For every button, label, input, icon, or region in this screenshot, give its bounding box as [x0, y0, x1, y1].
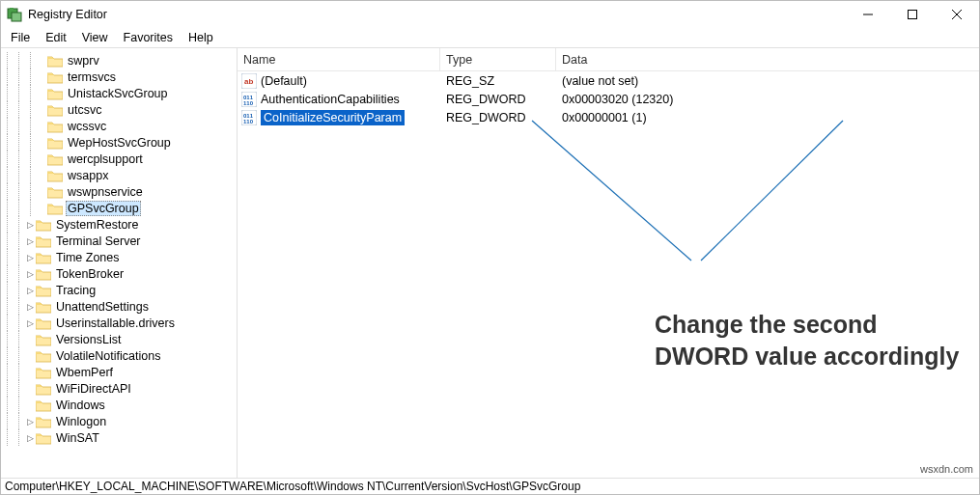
- tree-item-label: swprv: [66, 54, 101, 68]
- tree-item[interactable]: wercplsupport: [1, 151, 237, 167]
- menu-view[interactable]: View: [76, 29, 114, 46]
- svg-rect-2: [10, 8, 14, 10]
- chevron-right-icon[interactable]: ▷: [24, 236, 36, 246]
- tree-item-label: WbemPerf: [54, 366, 115, 379]
- tree-item[interactable]: wsappx: [1, 167, 237, 183]
- tree-item[interactable]: WbemPerf: [1, 364, 237, 380]
- folder-icon: [36, 251, 51, 264]
- menu-help[interactable]: Help: [182, 29, 219, 46]
- folder-icon: [36, 431, 51, 445]
- tree-item-label: UnattendSettings: [54, 300, 151, 314]
- folder-icon: [47, 70, 63, 84]
- tree-item-label: wcssvc: [66, 120, 108, 133]
- tree-item[interactable]: wswpnservice: [1, 183, 237, 200]
- menu-edit[interactable]: Edit: [40, 29, 72, 46]
- tree-item-label: Windows: [54, 399, 107, 412]
- tree-item[interactable]: VersionsList: [1, 331, 237, 347]
- column-header-name[interactable]: Name: [238, 48, 440, 70]
- tree-item[interactable]: wcssvc: [1, 118, 237, 134]
- tree-item-label: termsvcs: [66, 70, 118, 84]
- tree-item-label: Time Zones: [54, 251, 122, 264]
- folder-icon: [47, 202, 63, 215]
- values-header: Name Type Data: [238, 48, 979, 71]
- tree-item[interactable]: VolatileNotifications: [1, 347, 237, 364]
- tree-item[interactable]: ▷Userinstallable.drivers: [1, 315, 237, 331]
- value-data: (value not set): [556, 74, 979, 88]
- chevron-right-icon[interactable]: ▷: [24, 417, 36, 426]
- svg-rect-1: [12, 13, 21, 21]
- menu-file[interactable]: File: [5, 29, 36, 46]
- column-header-data[interactable]: Data: [556, 48, 979, 70]
- close-button[interactable]: [935, 1, 979, 28]
- tree-item-label: wercplsupport: [66, 152, 145, 166]
- tree-item[interactable]: ▷Winlogon: [1, 413, 237, 429]
- tree-item[interactable]: swprv: [1, 52, 237, 69]
- folder-icon: [36, 366, 51, 379]
- tree-item[interactable]: ▷TokenBroker: [1, 265, 237, 282]
- tree-item-label: GPSvcGroup: [66, 201, 141, 216]
- tree-item[interactable]: ▷SystemRestore: [1, 216, 237, 233]
- folder-icon: [47, 87, 63, 100]
- tree-item[interactable]: WiFiDirectAPI: [1, 380, 237, 397]
- main-split: swprvtermsvcsUnistackSvcGrouputcsvcwcssv…: [1, 47, 979, 478]
- menu-favorites[interactable]: Favorites: [118, 29, 179, 46]
- tree-item[interactable]: ▷Time Zones: [1, 249, 237, 265]
- chevron-right-icon[interactable]: ▷: [24, 302, 36, 312]
- tree-pane[interactable]: swprvtermsvcsUnistackSvcGrouputcsvcwcssv…: [1, 48, 238, 478]
- column-header-type[interactable]: Type: [440, 48, 556, 70]
- dword-value-icon: [241, 92, 257, 107]
- tree-item[interactable]: WepHostSvcGroup: [1, 134, 237, 151]
- value-row[interactable]: AuthenticationCapabilitiesREG_DWORD0x000…: [238, 90, 979, 108]
- tree-item-label: WinSAT: [54, 431, 101, 445]
- tree-item-label: SystemRestore: [54, 218, 140, 232]
- tree-item[interactable]: GPSvcGroup: [1, 200, 237, 216]
- tree-item-label: Terminal Server: [54, 234, 143, 248]
- statusbar: Computer\HKEY_LOCAL_MACHINE\SOFTWARE\Mic…: [1, 478, 979, 494]
- folder-icon: [47, 169, 63, 182]
- value-type: REG_DWORD: [440, 111, 556, 124]
- chevron-right-icon[interactable]: ▷: [24, 286, 36, 295]
- value-row[interactable]: (Default)REG_SZ(value not set): [238, 71, 979, 90]
- maximize-button[interactable]: [890, 1, 935, 28]
- folder-icon: [47, 152, 63, 166]
- statusbar-path: Computer\HKEY_LOCAL_MACHINE\SOFTWARE\Mic…: [5, 480, 580, 493]
- app-icon: [7, 7, 22, 22]
- folder-icon: [36, 399, 51, 412]
- value-name: (Default): [261, 74, 307, 88]
- folder-icon: [36, 284, 51, 297]
- svg-line-8: [701, 121, 843, 261]
- tree-item-label: wsappx: [66, 169, 110, 182]
- chevron-right-icon[interactable]: ▷: [24, 433, 36, 443]
- values-pane[interactable]: Name Type Data (Default)REG_SZ(value not…: [238, 48, 979, 478]
- tree-item[interactable]: utcsvc: [1, 101, 237, 118]
- value-type: REG_SZ: [440, 74, 556, 88]
- folder-icon: [36, 267, 51, 281]
- chevron-right-icon[interactable]: ▷: [24, 220, 36, 230]
- chevron-right-icon[interactable]: ▷: [24, 318, 36, 328]
- folder-icon: [47, 103, 63, 117]
- watermark: wsxdn.com: [920, 463, 973, 475]
- chevron-right-icon[interactable]: ▷: [24, 253, 36, 262]
- tree-item[interactable]: ▷Terminal Server: [1, 233, 237, 249]
- minimize-button[interactable]: [846, 1, 890, 28]
- value-row[interactable]: CoInitializeSecurityParamREG_DWORD0x0000…: [238, 108, 979, 126]
- tree-item-label: Userinstallable.drivers: [54, 316, 177, 330]
- folder-icon: [36, 349, 51, 363]
- folder-icon: [47, 120, 63, 133]
- annotation-text: Change the second DWORD value accordingl…: [655, 309, 964, 371]
- tree-item[interactable]: termsvcs: [1, 69, 237, 85]
- dword-value-icon: [241, 110, 257, 125]
- tree-item[interactable]: Windows: [1, 397, 237, 413]
- chevron-right-icon[interactable]: ▷: [24, 269, 36, 279]
- tree-item-label: VolatileNotifications: [54, 349, 162, 363]
- value-type: REG_DWORD: [440, 93, 556, 106]
- tree-item[interactable]: ▷WinSAT: [1, 429, 237, 446]
- value-name: AuthenticationCapabilities: [261, 93, 400, 106]
- tree-item[interactable]: ▷UnattendSettings: [1, 298, 237, 315]
- tree-item[interactable]: UnistackSvcGroup: [1, 85, 237, 101]
- folder-icon: [47, 136, 63, 150]
- tree-item[interactable]: ▷Tracing: [1, 282, 237, 298]
- string-value-icon: [241, 73, 257, 89]
- window-title: Registry Editor: [28, 8, 107, 21]
- folder-icon: [36, 415, 51, 428]
